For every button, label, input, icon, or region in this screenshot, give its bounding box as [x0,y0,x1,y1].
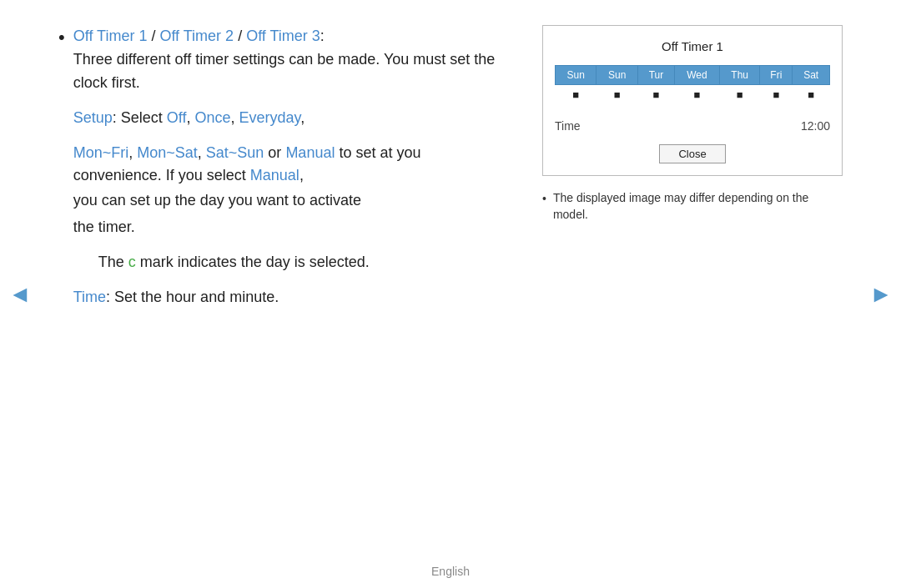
time-row: Time 12:00 [555,111,830,136]
c-mark-post: mark indicates the day is selected. [136,254,370,270]
setup-line-3: you can set up the day you want to activ… [73,189,509,213]
bullet-heading: • Off Timer 1 / Off Timer 2 / Off Timer … [58,25,509,309]
c-mark-letter: c [128,254,136,270]
body-text-1: Three different off timer settings can b… [73,48,509,95]
day-sat: Sat [793,66,830,85]
next-arrow[interactable]: ► [869,281,893,308]
once-link[interactable]: Once [194,109,230,126]
heading-colon: : [320,28,325,44]
setup-colon: : Select [113,109,167,126]
comma4: , [128,144,137,161]
day-thu: Thu [719,66,760,85]
c-mark-line: The c mark indicates the day is selected… [98,251,509,274]
note-bullet-dot: • [542,190,546,207]
setup-line-1: Setup: Select Off, Once, Everyday, [73,107,509,130]
mark-2: ■ [637,85,674,105]
days-marks-row: ■ ■ ■ ■ ■ ■ ■ [556,85,830,105]
timer2-link[interactable]: Off Timer 2 [159,28,234,44]
satsun-link[interactable]: Sat~Sun [206,144,264,161]
day-fri: Fri [760,66,793,85]
mark-4: ■ [719,85,760,105]
day-wed: Wed [674,66,719,85]
day-tur: Tur [637,66,674,85]
sep1: / [147,28,159,44]
day-sun2: Sun [596,66,637,85]
bullet-dot: • [58,27,65,48]
mark-6: ■ [793,85,830,105]
comma3: , [300,109,305,126]
footer: English [0,565,901,588]
mark-0: ■ [556,85,596,105]
note-text: The displayed image may differ depending… [553,189,843,224]
footer-lang: English [431,565,470,578]
monfri-link[interactable]: Mon~Fri [73,144,129,161]
setup-line-4: the timer. [73,216,509,239]
time-row-value: 12:00 [801,119,830,133]
timer1-link[interactable]: Off Timer 1 [73,28,148,44]
main-content: • Off Timer 1 / Off Timer 2 / Off Timer … [0,0,901,565]
time-line: Time: Set the hour and minute. [73,286,509,309]
c-mark-pre: The [98,254,128,270]
days-header-row: Sun Sun Tur Wed Thu Fri Sat [556,66,830,85]
or-text: or [264,144,285,161]
sep2: / [234,28,246,44]
manual-link[interactable]: Manual [285,144,335,161]
timer3-link[interactable]: Off Timer 3 [246,28,320,44]
time-label[interactable]: Time [73,289,106,305]
everyday-link[interactable]: Everyday [239,109,301,126]
off-timer-box: Off Timer 1 Sun Sun Tur Wed Thu Fri Sat [542,25,843,176]
text-section: • Off Timer 1 / Off Timer 2 / Off Timer … [58,25,509,548]
heading-line: Off Timer 1 / Off Timer 2 / Off Timer 3: [73,28,325,44]
setup-line-2: Mon~Fri, Mon~Sat, Sat~Sun or Manual to s… [73,142,509,188]
right-section: Off Timer 1 Sun Sun Tur Wed Thu Fri Sat [542,25,843,548]
setup-label[interactable]: Setup [73,109,113,126]
off-link[interactable]: Off [167,109,187,126]
page-container: ◄ ► • Off Timer 1 / Off Timer 2 / Off Ti… [0,0,901,588]
bullet-content: Off Timer 1 / Off Timer 2 / Off Timer 3:… [73,25,509,309]
comma1: , [186,109,194,126]
time-colon: : Set the hour and minute. [106,289,279,305]
close-row: Close [555,144,830,163]
mark-3: ■ [674,85,719,105]
comma5: , [198,144,206,161]
days-table: Sun Sun Tur Wed Thu Fri Sat ■ ■ [555,65,830,104]
time-row-label: Time [555,119,581,133]
note-item: • The displayed image may differ dependi… [542,189,843,224]
day-sun1: Sun [556,66,596,85]
rest2-text: , [299,167,304,183]
comma2: , [231,109,239,126]
mark-1: ■ [596,85,637,105]
off-timer-title: Off Timer 1 [555,39,830,53]
manual2-link[interactable]: Manual [250,167,299,183]
prev-arrow[interactable]: ◄ [8,281,32,308]
close-button[interactable]: Close [659,144,725,163]
mark-5: ■ [760,85,793,105]
monsat-link[interactable]: Mon~Sat [137,144,198,161]
